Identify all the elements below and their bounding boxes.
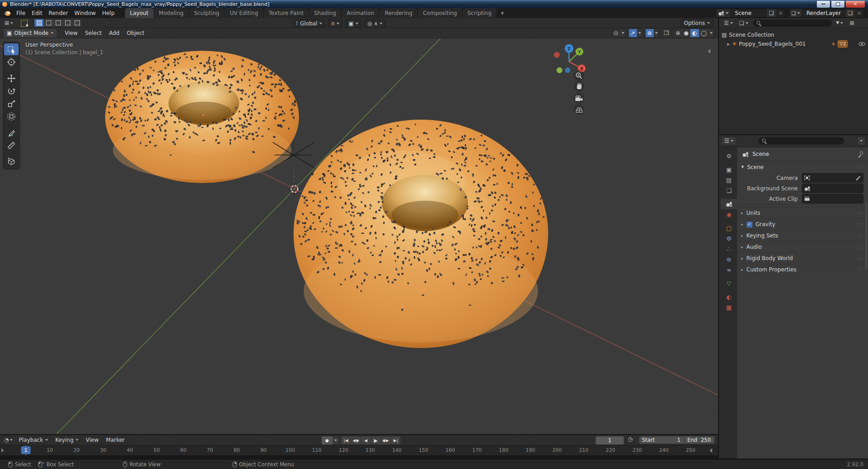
- close-button[interactable]: ✕: [845, 1, 865, 8]
- tab-material[interactable]: ◐: [721, 292, 737, 302]
- timeline-editor-type-button[interactable]: ◔: [2, 436, 14, 444]
- outliner-search-input[interactable]: [753, 19, 832, 27]
- panel-custom-properties[interactable]: ▸ Custom Properties ∷∷: [737, 264, 868, 275]
- properties-editor-type-button[interactable]: ☰: [722, 136, 736, 145]
- workspace-tab-layout[interactable]: Layout: [125, 8, 154, 18]
- timeline-scroll-strip[interactable]: [0, 455, 718, 459]
- camera-field[interactable]: [802, 173, 863, 183]
- current-frame-field[interactable]: 1: [595, 436, 624, 445]
- annotate-tool[interactable]: [4, 127, 19, 139]
- end-value[interactable]: 250: [700, 437, 714, 443]
- panel-units[interactable]: ▸ Units ∷∷: [737, 207, 868, 218]
- tab-particles[interactable]: ∴: [721, 244, 737, 254]
- proportional-edit-toggle[interactable]: ◎ ∧: [364, 19, 386, 28]
- panel-keying-sets[interactable]: ▸ Keying Sets ∷∷: [737, 230, 868, 241]
- tab-output[interactable]: ▤: [721, 175, 737, 185]
- previous-keyframe-button[interactable]: ◀◆: [351, 436, 361, 445]
- workspace-tab-rendering[interactable]: Rendering: [380, 8, 417, 18]
- background-scene-field[interactable]: [802, 184, 863, 193]
- workspace-tab-compositing[interactable]: Compositing: [418, 8, 462, 18]
- cursor-tool[interactable]: [4, 56, 19, 68]
- timeline-ruler[interactable]: 1102030405060708090100110120130140150160…: [0, 445, 718, 455]
- viewport-collapse-arrow[interactable]: [708, 49, 710, 53]
- timeline-menu-view[interactable]: View: [82, 437, 101, 443]
- menu-render[interactable]: Render: [45, 10, 71, 16]
- gravity-checkbox[interactable]: ✓: [747, 222, 752, 227]
- view-layer-copy-icon[interactable]: ❏: [845, 9, 855, 17]
- pan-hand-button[interactable]: [574, 81, 584, 92]
- start-value[interactable]: 1: [676, 437, 684, 443]
- snap-target-dropdown[interactable]: ▣: [345, 19, 361, 28]
- expander-icon[interactable]: ▸: [727, 41, 730, 47]
- measure-tool[interactable]: [4, 140, 19, 151]
- timeline-menu-keying[interactable]: Keying: [52, 437, 82, 443]
- scene-name[interactable]: Scene: [731, 10, 766, 16]
- viewport-menu-add[interactable]: Add: [105, 30, 123, 36]
- timeline-expand-arrow[interactable]: [1, 448, 4, 453]
- outliner-filter-mode-dropdown[interactable]: ❏: [738, 19, 750, 27]
- tab-render[interactable]: ▣: [721, 164, 737, 175]
- tab-physics[interactable]: ⊚: [721, 254, 737, 265]
- record-button[interactable]: ●: [322, 436, 333, 445]
- select-mode-intersect-button[interactable]: [72, 19, 82, 27]
- snap-toggle[interactable]: ∩: [328, 19, 343, 28]
- viewport-canvas[interactable]: User Perspective (1) Scene Collection | …: [0, 38, 718, 434]
- shading-solid-button[interactable]: ●: [682, 29, 690, 37]
- active-clip-field[interactable]: [802, 194, 863, 203]
- workspace-tab-scripting[interactable]: Scripting: [463, 8, 497, 18]
- tab-constraints[interactable]: ∞: [721, 265, 737, 275]
- scale-tool[interactable]: [4, 98, 19, 110]
- shading-wireframe-button[interactable]: ⊕: [674, 29, 682, 37]
- menu-help[interactable]: Help: [99, 10, 117, 16]
- view-layer-browse-button[interactable]: ❏: [790, 9, 802, 17]
- pin-icon[interactable]: [858, 151, 863, 157]
- jump-to-end-button[interactable]: ▶|: [391, 436, 400, 445]
- shading-rendered-button[interactable]: ◯: [699, 29, 709, 37]
- play-reverse-button[interactable]: ◀: [361, 436, 371, 445]
- menu-file[interactable]: File: [13, 10, 29, 16]
- minimize-button[interactable]: [816, 1, 830, 8]
- tab-scene[interactable]: [721, 199, 737, 209]
- tab-object-data[interactable]: ▽: [721, 278, 737, 289]
- tab-modifiers[interactable]: ⚙: [721, 233, 737, 244]
- viewport-menu-object[interactable]: Object: [123, 30, 148, 36]
- next-keyframe-button[interactable]: ◆▶: [381, 436, 391, 445]
- current-frame-marker[interactable]: 1: [21, 446, 31, 454]
- add-workspace-button[interactable]: +: [497, 8, 508, 18]
- select-box-tool[interactable]: [4, 44, 19, 55]
- workspace-tab-texture-paint[interactable]: Texture Paint: [264, 8, 309, 18]
- blender-logo-icon[interactable]: [3, 10, 11, 16]
- show-overlays-toggle[interactable]: ⊛: [645, 29, 660, 38]
- move-tool[interactable]: [4, 73, 19, 84]
- workspace-tab-uv-editing[interactable]: UV Editing: [225, 8, 263, 18]
- hide-eye-icon[interactable]: [858, 42, 865, 46]
- view-layer-remove-icon[interactable]: ✕: [855, 10, 864, 16]
- properties-scrollbar[interactable]: [865, 202, 867, 270]
- rotate-tool[interactable]: [4, 85, 19, 97]
- scene-browse-button[interactable]: [716, 9, 731, 17]
- select-mode-new-button[interactable]: [34, 19, 44, 27]
- object-mode-dropdown[interactable]: ▣ Object Mode: [4, 29, 57, 38]
- zoom-button[interactable]: [574, 70, 584, 81]
- timeline-collapse-arrow[interactable]: [709, 448, 712, 453]
- transform-tool[interactable]: [4, 111, 19, 122]
- menu-window[interactable]: Window: [71, 10, 99, 16]
- visibility-dropdown[interactable]: ⊙: [612, 29, 626, 38]
- timeline-menu-playback[interactable]: Playback: [15, 437, 51, 443]
- jump-to-start-button[interactable]: |◀: [341, 436, 351, 445]
- viewport-menu-select[interactable]: Select: [81, 30, 105, 36]
- viewport-menu-view[interactable]: View: [61, 30, 81, 36]
- outliner-row-scene-collection[interactable]: ▤ Scene Collection: [719, 30, 868, 39]
- tab-world[interactable]: ◉: [721, 209, 737, 220]
- add-cube-tool[interactable]: [4, 156, 19, 168]
- outliner-row-object[interactable]: ▸ ✳ Poppy_Seed_Bagels_001 ✳ ▽ 2: [719, 39, 868, 48]
- shading-material-preview-button[interactable]: ◐: [690, 29, 699, 37]
- select-mode-extend-button[interactable]: [44, 19, 53, 27]
- tab-texture[interactable]: ▦: [721, 302, 737, 313]
- workspace-tab-shading[interactable]: Shading: [309, 8, 341, 18]
- new-collection-button[interactable]: ⊞: [848, 19, 856, 27]
- workspace-tab-animation[interactable]: Animation: [342, 8, 379, 18]
- panel-audio[interactable]: ▸ Audio ∷∷: [737, 241, 868, 252]
- editor-type-selector[interactable]: ⊞: [3, 19, 15, 27]
- panel-gravity[interactable]: ▸ ✓ Gravity ∷∷: [737, 218, 868, 230]
